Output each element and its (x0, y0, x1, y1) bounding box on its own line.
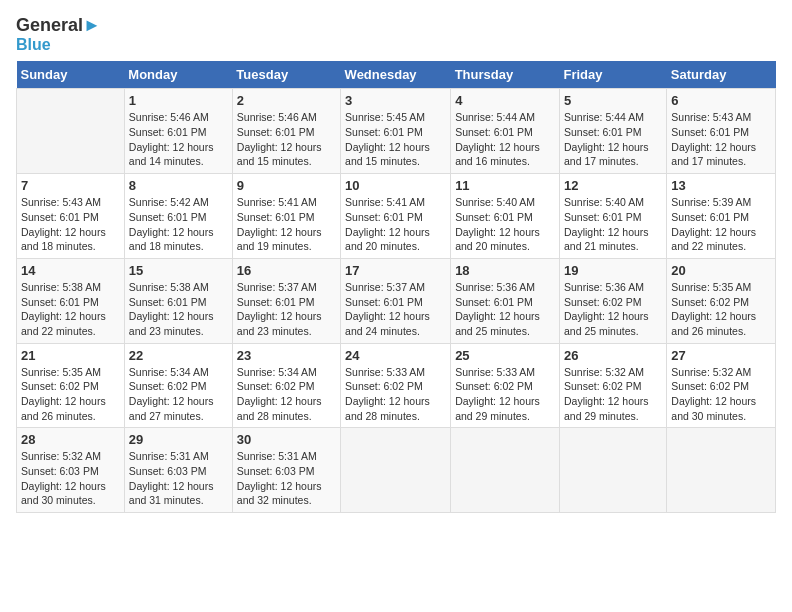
calendar-cell: 25Sunrise: 5:33 AM Sunset: 6:02 PM Dayli… (451, 343, 560, 428)
calendar-cell: 30Sunrise: 5:31 AM Sunset: 6:03 PM Dayli… (232, 428, 340, 513)
day-number: 2 (237, 93, 336, 108)
calendar-cell: 11Sunrise: 5:40 AM Sunset: 6:01 PM Dayli… (451, 174, 560, 259)
day-header-friday: Friday (559, 61, 666, 89)
day-info: Sunrise: 5:40 AM Sunset: 6:01 PM Dayligh… (455, 195, 555, 254)
day-header-saturday: Saturday (667, 61, 776, 89)
calendar-header-row: SundayMondayTuesdayWednesdayThursdayFrid… (17, 61, 776, 89)
calendar-cell: 1Sunrise: 5:46 AM Sunset: 6:01 PM Daylig… (124, 89, 232, 174)
day-header-thursday: Thursday (451, 61, 560, 89)
day-number: 11 (455, 178, 555, 193)
calendar-cell: 19Sunrise: 5:36 AM Sunset: 6:02 PM Dayli… (559, 258, 666, 343)
calendar-cell: 6Sunrise: 5:43 AM Sunset: 6:01 PM Daylig… (667, 89, 776, 174)
day-info: Sunrise: 5:43 AM Sunset: 6:01 PM Dayligh… (21, 195, 120, 254)
calendar-cell: 26Sunrise: 5:32 AM Sunset: 6:02 PM Dayli… (559, 343, 666, 428)
day-info: Sunrise: 5:44 AM Sunset: 6:01 PM Dayligh… (455, 110, 555, 169)
calendar-cell: 21Sunrise: 5:35 AM Sunset: 6:02 PM Dayli… (17, 343, 125, 428)
week-row-1: 1Sunrise: 5:46 AM Sunset: 6:01 PM Daylig… (17, 89, 776, 174)
calendar-cell: 14Sunrise: 5:38 AM Sunset: 6:01 PM Dayli… (17, 258, 125, 343)
day-number: 29 (129, 432, 228, 447)
day-info: Sunrise: 5:32 AM Sunset: 6:03 PM Dayligh… (21, 449, 120, 508)
calendar-cell: 27Sunrise: 5:32 AM Sunset: 6:02 PM Dayli… (667, 343, 776, 428)
calendar-cell: 9Sunrise: 5:41 AM Sunset: 6:01 PM Daylig… (232, 174, 340, 259)
day-info: Sunrise: 5:37 AM Sunset: 6:01 PM Dayligh… (345, 280, 446, 339)
week-row-2: 7Sunrise: 5:43 AM Sunset: 6:01 PM Daylig… (17, 174, 776, 259)
calendar-cell: 29Sunrise: 5:31 AM Sunset: 6:03 PM Dayli… (124, 428, 232, 513)
day-number: 24 (345, 348, 446, 363)
calendar-cell: 13Sunrise: 5:39 AM Sunset: 6:01 PM Dayli… (667, 174, 776, 259)
logo-text-blue: Blue (16, 36, 51, 54)
day-info: Sunrise: 5:35 AM Sunset: 6:02 PM Dayligh… (671, 280, 771, 339)
calendar-cell (559, 428, 666, 513)
day-info: Sunrise: 5:38 AM Sunset: 6:01 PM Dayligh… (129, 280, 228, 339)
day-number: 12 (564, 178, 662, 193)
day-number: 13 (671, 178, 771, 193)
day-header-sunday: Sunday (17, 61, 125, 89)
day-number: 25 (455, 348, 555, 363)
day-number: 15 (129, 263, 228, 278)
day-number: 14 (21, 263, 120, 278)
calendar-cell: 5Sunrise: 5:44 AM Sunset: 6:01 PM Daylig… (559, 89, 666, 174)
day-number: 10 (345, 178, 446, 193)
day-header-monday: Monday (124, 61, 232, 89)
calendar-cell (451, 428, 560, 513)
day-number: 28 (21, 432, 120, 447)
day-header-wednesday: Wednesday (341, 61, 451, 89)
week-row-3: 14Sunrise: 5:38 AM Sunset: 6:01 PM Dayli… (17, 258, 776, 343)
day-info: Sunrise: 5:46 AM Sunset: 6:01 PM Dayligh… (129, 110, 228, 169)
calendar-cell: 23Sunrise: 5:34 AM Sunset: 6:02 PM Dayli… (232, 343, 340, 428)
day-info: Sunrise: 5:46 AM Sunset: 6:01 PM Dayligh… (237, 110, 336, 169)
day-info: Sunrise: 5:36 AM Sunset: 6:01 PM Dayligh… (455, 280, 555, 339)
day-number: 7 (21, 178, 120, 193)
day-number: 22 (129, 348, 228, 363)
day-number: 19 (564, 263, 662, 278)
day-info: Sunrise: 5:36 AM Sunset: 6:02 PM Dayligh… (564, 280, 662, 339)
day-info: Sunrise: 5:31 AM Sunset: 6:03 PM Dayligh… (129, 449, 228, 508)
week-row-4: 21Sunrise: 5:35 AM Sunset: 6:02 PM Dayli… (17, 343, 776, 428)
week-row-5: 28Sunrise: 5:32 AM Sunset: 6:03 PM Dayli… (17, 428, 776, 513)
day-number: 27 (671, 348, 771, 363)
day-info: Sunrise: 5:34 AM Sunset: 6:02 PM Dayligh… (129, 365, 228, 424)
calendar-cell: 20Sunrise: 5:35 AM Sunset: 6:02 PM Dayli… (667, 258, 776, 343)
day-number: 30 (237, 432, 336, 447)
calendar-cell: 2Sunrise: 5:46 AM Sunset: 6:01 PM Daylig… (232, 89, 340, 174)
day-info: Sunrise: 5:43 AM Sunset: 6:01 PM Dayligh… (671, 110, 771, 169)
day-info: Sunrise: 5:44 AM Sunset: 6:01 PM Dayligh… (564, 110, 662, 169)
day-info: Sunrise: 5:33 AM Sunset: 6:02 PM Dayligh… (455, 365, 555, 424)
day-info: Sunrise: 5:34 AM Sunset: 6:02 PM Dayligh… (237, 365, 336, 424)
calendar-cell (341, 428, 451, 513)
day-info: Sunrise: 5:38 AM Sunset: 6:01 PM Dayligh… (21, 280, 120, 339)
calendar-cell: 10Sunrise: 5:41 AM Sunset: 6:01 PM Dayli… (341, 174, 451, 259)
day-number: 3 (345, 93, 446, 108)
day-info: Sunrise: 5:32 AM Sunset: 6:02 PM Dayligh… (671, 365, 771, 424)
day-info: Sunrise: 5:45 AM Sunset: 6:01 PM Dayligh… (345, 110, 446, 169)
day-info: Sunrise: 5:31 AM Sunset: 6:03 PM Dayligh… (237, 449, 336, 508)
calendar-cell: 24Sunrise: 5:33 AM Sunset: 6:02 PM Dayli… (341, 343, 451, 428)
calendar-cell (667, 428, 776, 513)
day-info: Sunrise: 5:41 AM Sunset: 6:01 PM Dayligh… (345, 195, 446, 254)
calendar-table: SundayMondayTuesdayWednesdayThursdayFrid… (16, 61, 776, 513)
day-number: 20 (671, 263, 771, 278)
day-header-tuesday: Tuesday (232, 61, 340, 89)
day-number: 23 (237, 348, 336, 363)
calendar-cell (17, 89, 125, 174)
day-number: 18 (455, 263, 555, 278)
day-info: Sunrise: 5:39 AM Sunset: 6:01 PM Dayligh… (671, 195, 771, 254)
day-number: 21 (21, 348, 120, 363)
calendar-cell: 18Sunrise: 5:36 AM Sunset: 6:01 PM Dayli… (451, 258, 560, 343)
day-info: Sunrise: 5:32 AM Sunset: 6:02 PM Dayligh… (564, 365, 662, 424)
calendar-cell: 16Sunrise: 5:37 AM Sunset: 6:01 PM Dayli… (232, 258, 340, 343)
day-info: Sunrise: 5:37 AM Sunset: 6:01 PM Dayligh… (237, 280, 336, 339)
day-number: 16 (237, 263, 336, 278)
logo-text: General► (16, 16, 101, 36)
day-number: 6 (671, 93, 771, 108)
day-number: 26 (564, 348, 662, 363)
calendar-cell: 17Sunrise: 5:37 AM Sunset: 6:01 PM Dayli… (341, 258, 451, 343)
calendar-cell: 8Sunrise: 5:42 AM Sunset: 6:01 PM Daylig… (124, 174, 232, 259)
calendar-cell: 15Sunrise: 5:38 AM Sunset: 6:01 PM Dayli… (124, 258, 232, 343)
day-number: 17 (345, 263, 446, 278)
calendar-cell: 12Sunrise: 5:40 AM Sunset: 6:01 PM Dayli… (559, 174, 666, 259)
page-header: General► Blue (16, 16, 776, 53)
calendar-cell: 4Sunrise: 5:44 AM Sunset: 6:01 PM Daylig… (451, 89, 560, 174)
calendar-cell: 3Sunrise: 5:45 AM Sunset: 6:01 PM Daylig… (341, 89, 451, 174)
day-info: Sunrise: 5:40 AM Sunset: 6:01 PM Dayligh… (564, 195, 662, 254)
